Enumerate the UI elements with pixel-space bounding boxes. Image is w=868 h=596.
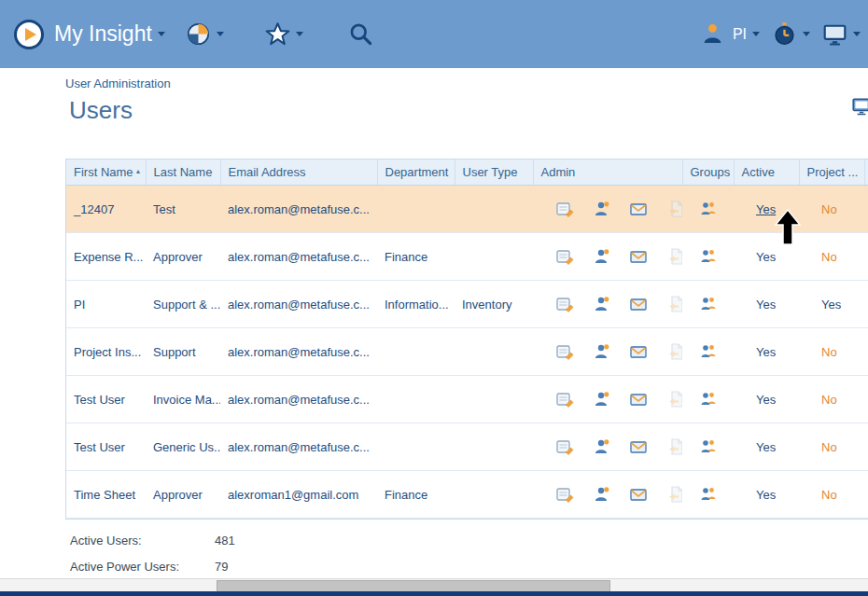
groups-icon[interactable] <box>699 485 718 504</box>
email-cell: alex.roman@metafuse.c... <box>220 328 377 376</box>
extra-cell <box>864 328 868 376</box>
calendar-edit-icon[interactable] <box>555 342 574 361</box>
active-toggle-link[interactable]: Yes <box>756 440 776 454</box>
chevron-down-icon[interactable] <box>296 32 303 36</box>
active-toggle-link[interactable]: Yes <box>756 393 776 407</box>
project-insight-toggle[interactable]: No <box>821 345 837 359</box>
project-insight-toggle[interactable]: No <box>821 488 837 502</box>
send-email-icon[interactable] <box>629 437 648 456</box>
user-icon[interactable] <box>700 21 725 47</box>
email-cell: alexroman1@gmail.com <box>220 471 377 519</box>
footer-bar <box>0 591 868 596</box>
groups-icon[interactable] <box>699 390 718 409</box>
column-header-active[interactable]: Active <box>734 159 799 186</box>
column-header-admin[interactable]: Admin <box>533 159 682 186</box>
user-permissions-icon[interactable] <box>593 485 611 504</box>
chevron-down-icon[interactable] <box>158 32 165 36</box>
send-email-icon[interactable] <box>629 390 648 409</box>
user-permissions-icon[interactable] <box>593 390 611 409</box>
display-options-icon[interactable] <box>849 96 868 117</box>
header-right-group: PI <box>700 21 868 47</box>
column-header-groups[interactable]: Groups <box>682 159 734 186</box>
extra-cell <box>864 281 868 328</box>
column-header-email[interactable]: Email Address <box>220 159 377 186</box>
app-title[interactable]: My Insight <box>54 21 152 47</box>
user-permissions-icon[interactable] <box>593 247 611 266</box>
user-menu-label[interactable]: PI <box>733 26 747 43</box>
send-email-icon[interactable] <box>629 247 648 266</box>
export-user-icon[interactable] <box>666 247 682 266</box>
user-permissions-icon[interactable] <box>593 437 611 456</box>
chevron-down-icon[interactable] <box>217 32 224 36</box>
column-header-first-name[interactable]: First Name▲ <box>66 159 146 186</box>
horizontal-scrollbar[interactable] <box>0 578 868 592</box>
calendar-edit-icon[interactable] <box>555 390 574 409</box>
department-cell <box>377 423 455 471</box>
chart-disc-icon[interactable] <box>186 21 211 47</box>
calendar-edit-icon[interactable] <box>555 247 574 266</box>
chevron-down-icon[interactable] <box>752 32 760 36</box>
active-toggle-link[interactable]: Yes <box>756 345 776 359</box>
extra-cell <box>864 233 868 281</box>
user-permissions-icon[interactable] <box>593 200 611 218</box>
active-power-users-label: Active Power Users: <box>70 560 215 574</box>
column-header-last-name[interactable]: Last Name <box>146 159 220 186</box>
groups-icon[interactable] <box>699 247 718 266</box>
last-name-cell: Approver <box>146 233 220 281</box>
admin-actions-cell <box>533 328 682 376</box>
sort-ascending-icon: ▲ <box>135 168 142 174</box>
export-user-icon[interactable] <box>666 295 682 313</box>
calendar-edit-icon[interactable] <box>555 200 574 218</box>
active-toggle-link[interactable]: Yes <box>756 250 776 264</box>
active-toggle-link[interactable]: Yes <box>756 488 776 502</box>
extra-cell <box>864 186 868 233</box>
column-header-department[interactable]: Department <box>377 159 455 186</box>
active-toggle-link[interactable]: Yes <box>756 298 776 312</box>
calendar-edit-icon[interactable] <box>555 485 574 504</box>
email-cell: alex.roman@metafuse.c... <box>220 186 377 233</box>
column-header-user-type[interactable]: User Type <box>455 159 533 186</box>
active-toggle-link[interactable]: Yes <box>756 202 776 216</box>
breadcrumb[interactable]: User Administration <box>65 76 171 90</box>
groups-icon[interactable] <box>699 437 718 456</box>
user-type-cell <box>455 423 533 471</box>
favorites-star-icon[interactable] <box>265 21 290 47</box>
groups-icon[interactable] <box>699 342 718 361</box>
send-email-icon[interactable] <box>629 200 648 218</box>
clock-icon[interactable] <box>772 21 797 47</box>
chevron-down-icon[interactable] <box>803 32 810 36</box>
admin-actions-cell <box>533 186 682 233</box>
chevron-down-icon[interactable] <box>853 32 861 36</box>
column-header-project[interactable]: Project ... <box>799 159 864 186</box>
project-insight-toggle[interactable]: No <box>821 393 837 407</box>
email-cell: alex.roman@metafuse.c... <box>220 423 377 471</box>
user-permissions-icon[interactable] <box>593 342 611 361</box>
user-type-cell: Inventory <box>455 281 533 328</box>
export-user-icon[interactable] <box>666 485 682 504</box>
send-email-icon[interactable] <box>629 295 648 313</box>
export-user-icon[interactable] <box>666 342 682 361</box>
project-insight-toggle[interactable]: No <box>821 440 837 454</box>
calendar-edit-icon[interactable] <box>555 295 574 313</box>
project-insight-toggle[interactable]: No <box>821 250 837 264</box>
table-row: Time Sheet Approver alexroman1@gmail.com… <box>66 471 868 519</box>
calendar-edit-icon[interactable] <box>555 437 574 456</box>
user-permissions-icon[interactable] <box>593 295 611 313</box>
groups-icon[interactable] <box>699 295 718 313</box>
send-email-icon[interactable] <box>629 342 648 361</box>
project-cell: No <box>799 186 864 233</box>
send-email-icon[interactable] <box>629 485 648 504</box>
project-insight-toggle[interactable]: No <box>821 202 837 216</box>
project-cell: No <box>799 423 864 471</box>
groups-icon[interactable] <box>699 200 718 218</box>
users-table: First Name▲ Last Name Email Address Depa… <box>65 159 868 520</box>
active-cell: Yes <box>734 376 799 423</box>
search-icon[interactable] <box>348 21 373 47</box>
export-user-icon[interactable] <box>666 437 682 456</box>
app-logo-icon[interactable] <box>13 19 45 50</box>
export-user-icon[interactable] <box>666 200 682 218</box>
monitor-icon[interactable] <box>822 21 847 47</box>
project-insight-toggle[interactable]: Yes <box>821 298 841 312</box>
export-user-icon[interactable] <box>666 390 682 409</box>
first-name-cell: Project Ins... <box>66 328 146 376</box>
